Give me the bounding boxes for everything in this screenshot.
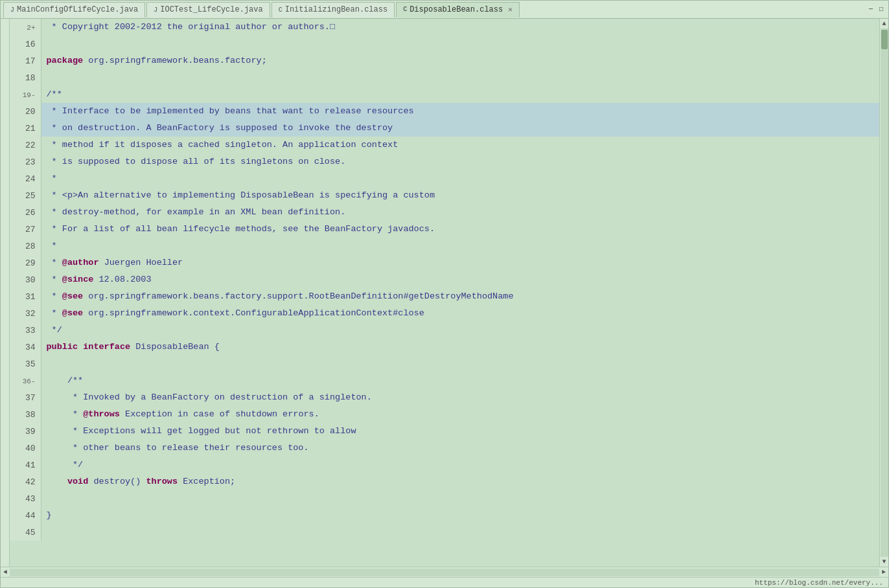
line-number: 22 [10,137,41,153]
status-url: https://blog.csdn.net/every... [755,579,883,587]
table-row: 32 * @see org.springframework.context.Co… [10,305,879,322]
scroll-track[interactable] [881,28,888,557]
status-bar: https://blog.csdn.net/every... [1,577,888,587]
tab-icon-class1: C [279,6,283,14]
table-row: 26 * destroy-method, for example in an X… [10,204,879,221]
code-scroll[interactable]: 2+ * Copyright 2002-2012 the original au… [10,19,879,567]
line-number: 19- [10,86,41,103]
line-number: 28 [10,238,41,254]
code-line: * Copyright 2002-2012 the original autho… [41,19,879,36]
line-number: 30 [10,271,41,288]
line-number: 20 [10,103,41,120]
vertical-scrollbar[interactable]: ▲ ▼ [879,19,888,567]
line-number: 40 [10,440,41,457]
tab-close-button[interactable]: ✕ [508,5,513,14]
code-line: * method if it disposes a cached singlet… [41,137,879,153]
line-number: 17 [10,52,41,69]
code-line: * @author Juergen Hoeller [41,254,879,271]
table-row: 40 * other beans to release their resour… [10,440,879,457]
tab-initializingbean[interactable]: C InitializingBean.class [271,2,395,17]
table-row: 19- /** [10,86,879,103]
table-row: 38 * @throws Exception in case of shutdo… [10,406,879,423]
table-row: 30 * @since 12.08.2003 [10,271,879,288]
line-number: 39 [10,423,41,440]
scroll-right-arrow[interactable]: ► [879,569,888,576]
code-line: /** [41,86,879,103]
table-row: 27 * For a list of all bean lifecycle me… [10,221,879,238]
maximize-button[interactable]: □ [877,6,886,14]
tab-label: IOCTest_LifeCycle.java [160,5,262,14]
table-row: 42 void destroy() throws Exception; [10,473,879,490]
code-line: * @throws Exception in case of shutdown … [41,406,879,423]
horizontal-scrollbar[interactable]: ◄ ► [1,567,888,577]
code-line: * is supposed to dispose all of its sing… [41,153,879,170]
tab-disposablebean[interactable]: C DisposableBean.class ✕ [396,2,520,17]
h-scroll-track[interactable] [10,569,879,576]
line-number: 27 [10,221,41,238]
line-number: 26 [10,204,41,221]
table-row: 18 [10,69,879,86]
scroll-down-arrow[interactable]: ▼ [881,557,887,567]
line-number: 24 [10,170,41,187]
line-number: 38 [10,406,41,423]
table-row: 23 * is supposed to dispose all of its s… [10,153,879,170]
line-number: 43 [10,490,41,507]
table-row: 24 * [10,170,879,187]
line-number: 23 [10,153,41,170]
table-row: 17 package org.springframework.beans.fac… [10,52,879,69]
code-area[interactable]: 2+ * Copyright 2002-2012 the original au… [10,19,879,567]
table-row: 2+ * Copyright 2002-2012 the original au… [10,19,879,36]
line-number: 42 [10,473,41,490]
table-row: 34 public interface DisposableBean { [10,339,879,356]
tab-icon-class2: C [403,6,407,13]
tab-mainconfigoflifecycle[interactable]: J MainConfigOfLifeCycle.java [3,2,145,17]
line-number: 33 [10,322,41,339]
table-row: 45 [10,524,879,541]
table-row: 33 */ [10,322,879,339]
tab-label: DisposableBean.class [410,5,503,14]
line-number: 36- [10,372,41,389]
scroll-left-arrow[interactable]: ◄ [1,569,10,576]
line-number: 29 [10,254,41,271]
line-number: 34 [10,339,41,356]
tab-icon-java2: J [154,6,157,14]
line-number: 45 [10,524,41,541]
tab-icon-java: J [10,6,14,14]
line-number: 21 [10,120,41,137]
line-number: 31 [10,288,41,305]
line-number: 44 [10,507,41,524]
code-line: * <p>An alternative to implementing Disp… [41,187,879,204]
table-row: 20 * Interface to be implemented by bean… [10,103,879,120]
line-number: 18 [10,69,41,86]
code-line [41,524,879,541]
code-line: * on destruction. A BeanFactory is suppo… [41,120,879,137]
code-line: * [41,170,879,187]
table-row: 25 * <p>An alternative to implementing D… [10,187,879,204]
code-line: * @see org.springframework.context.Confi… [41,305,879,322]
tab-ioctest-lifecycle[interactable]: J IOCTest_LifeCycle.java [146,2,270,17]
code-line: */ [41,322,879,339]
code-table: 2+ * Copyright 2002-2012 the original au… [10,19,879,541]
code-line: } [41,507,879,524]
scroll-up-arrow[interactable]: ▲ [881,19,887,28]
table-row: 44 } [10,507,879,524]
table-row: 31 * @see org.springframework.beans.fact… [10,288,879,305]
table-row: 36- /** [10,372,879,389]
table-row: 41 */ [10,457,879,473]
tab-label: InitializingBean.class [285,5,387,14]
code-line: * Invoked by a BeanFactory on destructio… [41,389,879,406]
line-number: 35 [10,356,41,372]
code-line: * Interface to be implemented by beans t… [41,103,879,120]
code-line [41,36,879,52]
minimize-button[interactable]: ─ [866,6,875,14]
code-line: /** [41,372,879,389]
code-line: * Exceptions will get logged but not ret… [41,423,879,440]
line-number: 16 [10,36,41,52]
tab-label: MainConfigOfLifeCycle.java [17,5,138,14]
scroll-thumb[interactable] [881,30,888,49]
content-area: 2+ * Copyright 2002-2012 the original au… [1,19,888,567]
line-number: 37 [10,389,41,406]
code-line: void destroy() throws Exception; [41,473,879,490]
code-line [41,356,879,372]
line-number: 25 [10,187,41,204]
